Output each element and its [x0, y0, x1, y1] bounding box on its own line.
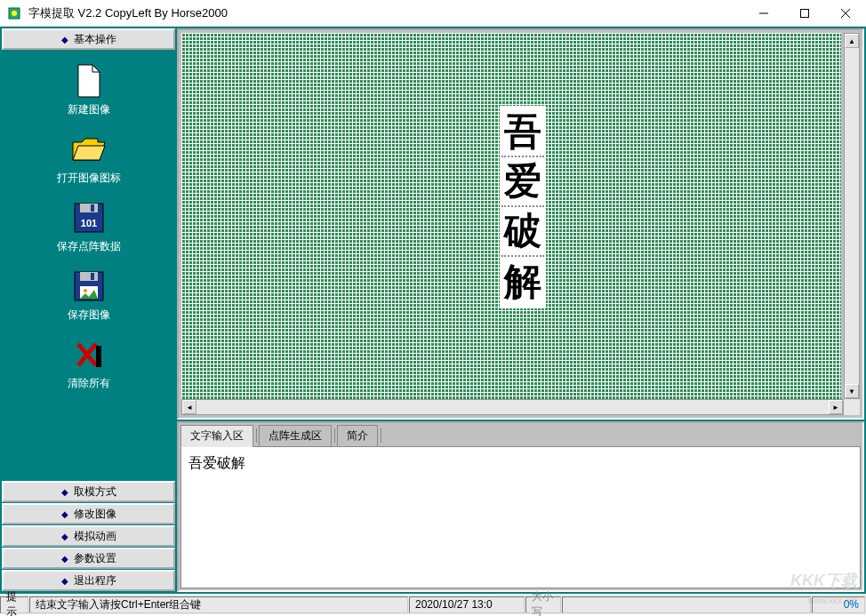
diamond-icon: ◆ [61, 509, 68, 519]
rendered-glyph-strip: 吾 爱 破 解 [500, 106, 546, 308]
folder-open-icon [71, 132, 107, 167]
tool-label: 保存点阵数据 [57, 239, 121, 254]
rendered-glyph: 爱 [501, 157, 544, 207]
accordion-mode[interactable]: ◆取模方式 [2, 481, 175, 502]
tab-separator [256, 428, 257, 443]
scroll-up-icon[interactable]: ▲ [845, 34, 859, 48]
app-icon [7, 6, 21, 20]
tab-text-input[interactable]: 文字输入区 [180, 425, 253, 447]
clear-icon [71, 337, 107, 372]
maximize-button[interactable] [784, 0, 825, 27]
accordion-modify[interactable]: ◆修改图像 [2, 503, 175, 524]
tab-strip: 文字输入区 点阵生成区 简介 [180, 425, 861, 446]
client-area: ◆ 基本操作 新建图像 打开图像图标 101 保存点阵数据 [0, 27, 866, 594]
scroll-right-icon[interactable]: ► [829, 400, 843, 414]
accordion-label: 取模方式 [74, 484, 116, 500]
titlebar: 字模提取 V2.2 CopyLeft By Horse2000 [0, 0, 866, 27]
vertical-scrollbar[interactable]: ▲ ▼ [844, 33, 860, 399]
svg-text:101: 101 [80, 218, 96, 228]
diamond-icon: ◆ [61, 576, 68, 586]
tool-label: 打开图像图标 [57, 171, 121, 186]
status-spacer [562, 596, 811, 613]
scroll-track[interactable] [196, 400, 829, 414]
tool-open-image[interactable]: 打开图像图标 [53, 128, 124, 189]
close-button[interactable] [825, 0, 866, 27]
tool-save-matrix[interactable]: 101 保存点阵数据 [53, 196, 124, 258]
tool-save-image[interactable]: 保存图像 [64, 265, 114, 326]
status-datetime: 2020/10/27 13:0 [409, 596, 525, 613]
canvas-panel: 吾 爱 破 解 ◄ ► ▲ ▼ [177, 28, 864, 420]
scroll-down-icon[interactable]: ▼ [845, 384, 859, 398]
accordion-exit[interactable]: ◆退出程序 [2, 570, 175, 591]
tool-clear-all[interactable]: 清除所有 [64, 333, 114, 395]
scroll-corner [844, 399, 860, 415]
tabs-panel: 文字输入区 点阵生成区 简介 吾爱破解 [177, 421, 864, 592]
tool-label: 新建图像 [68, 102, 110, 117]
svg-point-1 [12, 11, 17, 16]
diamond-icon: ◆ [61, 487, 68, 497]
main-area: 吾 爱 破 解 ◄ ► ▲ ▼ 文字输入区 [177, 28, 864, 592]
tool-new-image[interactable]: 新建图像 [64, 60, 114, 121]
tool-label: 保存图像 [68, 308, 110, 323]
floppy-matrix-icon: 101 [71, 200, 107, 236]
status-tip-label: 提示 [0, 596, 28, 613]
statusbar: 提示 结束文字输入请按Ctrl+Enter组合键 2020/10/27 13:0… [0, 594, 866, 614]
sidebar: ◆ 基本操作 新建图像 打开图像图标 101 保存点阵数据 [2, 28, 175, 592]
svg-rect-11 [80, 272, 98, 281]
tab-matrix-gen[interactable]: 点阵生成区 [259, 425, 332, 446]
svg-rect-7 [80, 204, 98, 212]
accordion-params[interactable]: ◆参数设置 [2, 548, 175, 569]
accordion-body-basic: 新建图像 打开图像图标 101 保存点阵数据 保存图像 [2, 51, 175, 481]
tab-separator [381, 428, 381, 443]
tab-about[interactable]: 简介 [337, 425, 378, 446]
accordion-label: 修改图像 [74, 507, 116, 522]
rendered-glyph: 解 [501, 257, 544, 307]
status-caps: 大小写 [525, 596, 561, 613]
svg-rect-12 [91, 273, 94, 280]
status-percent: 0% [812, 596, 865, 613]
window-title: 字模提取 V2.2 CopyLeft By Horse2000 [28, 5, 743, 21]
new-image-icon [71, 63, 107, 99]
floppy-image-icon [71, 268, 107, 304]
svg-rect-17 [96, 346, 101, 367]
rendered-glyph: 破 [501, 207, 544, 257]
svg-rect-8 [91, 204, 94, 212]
horizontal-scrollbar[interactable]: ◄ ► [181, 399, 844, 415]
accordion-label: 基本操作 [74, 32, 116, 47]
diamond-icon: ◆ [61, 35, 68, 44]
diamond-icon: ◆ [61, 532, 68, 541]
diamond-icon: ◆ [61, 554, 68, 564]
scroll-track[interactable] [845, 48, 859, 384]
rendered-glyph: 吾 [501, 108, 544, 157]
scroll-left-icon[interactable]: ◄ [182, 400, 196, 414]
svg-rect-3 [801, 9, 809, 17]
text-input-area[interactable]: 吾爱破解 [180, 446, 861, 588]
accordion-label: 参数设置 [74, 551, 116, 566]
status-message: 结束文字输入请按Ctrl+Enter组合键 [29, 596, 408, 613]
tool-label: 清除所有 [68, 376, 110, 391]
accordion-label: 退出程序 [74, 573, 116, 588]
accordion-basic-ops[interactable]: ◆ 基本操作 [2, 28, 175, 50]
svg-point-14 [84, 289, 87, 292]
minimize-button[interactable] [743, 0, 784, 27]
accordion-label: 模拟动画 [74, 529, 116, 544]
tab-separator [334, 428, 335, 443]
accordion-animate[interactable]: ◆模拟动画 [2, 525, 175, 547]
